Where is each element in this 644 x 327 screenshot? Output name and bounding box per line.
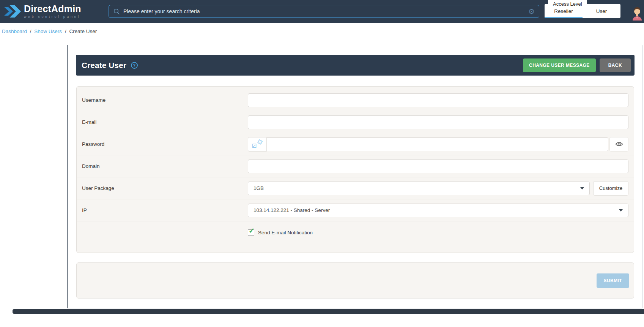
top-bar: DirectAdmin web control panel ⚙ Access L…	[0, 0, 644, 23]
generate-password-button[interactable]: ⚂ ⚄	[248, 137, 267, 152]
password-row: Password ⚂ ⚄	[77, 133, 634, 155]
logo-text: DirectAdmin web control panel	[24, 4, 81, 19]
directadmin-logo[interactable]: DirectAdmin web control panel	[4, 3, 77, 20]
email-notification-checkbox[interactable]: ✓	[248, 229, 254, 236]
tab-user[interactable]: User	[583, 4, 620, 18]
logo-title: DirectAdmin	[24, 4, 81, 14]
search-bar: ⚙	[109, 5, 539, 18]
username-label: Username	[82, 97, 248, 103]
password-label: Password	[82, 141, 248, 147]
ip-row: IP 103.14.122.221 - Shared - Server	[77, 199, 634, 221]
username-input[interactable]	[248, 93, 628, 107]
chevron-down-icon	[580, 187, 584, 190]
password-input[interactable]	[267, 137, 608, 151]
dice-icon: ⚄	[257, 138, 263, 145]
logo-subtitle: web control panel	[24, 15, 81, 19]
page-title: Create User	[82, 61, 126, 70]
breadcrumb-separator: /	[30, 28, 31, 34]
help-icon[interactable]: ?	[131, 62, 138, 69]
submit-panel: SUBMIT	[76, 262, 634, 299]
page-header: Create User ? CHANGE USER MESSAGE BACK	[76, 55, 635, 76]
user-package-select[interactable]: 1GB	[248, 182, 590, 195]
user-package-value: 1GB	[254, 185, 264, 191]
chevron-down-icon	[619, 209, 623, 212]
breadcrumb-dashboard[interactable]: Dashboard	[2, 28, 27, 34]
email-notification-checkmark: ✓	[249, 227, 255, 234]
ip-select[interactable]: 103.14.122.221 - Shared - Server	[248, 204, 628, 217]
email-notification-row: ✓ Send E-mail Notification	[77, 221, 634, 243]
domain-label: Domain	[82, 163, 248, 169]
email-notification-label: Send E-mail Notification	[258, 230, 313, 235]
email-label: E-mail	[82, 119, 248, 125]
create-user-form: Username E-mail Password ⚂ ⚄	[76, 86, 634, 253]
submit-button[interactable]: SUBMIT	[597, 273, 629, 288]
ip-value: 103.14.122.221 - Shared - Server	[254, 207, 330, 213]
footer-bar	[13, 309, 644, 314]
breadcrumb-separator: /	[65, 28, 66, 34]
search-input[interactable]	[123, 8, 528, 14]
access-level-label: Access Level	[548, 0, 587, 9]
directadmin-logo-icon	[4, 3, 21, 20]
customize-button[interactable]: Customize	[593, 181, 628, 196]
back-button[interactable]: BACK	[600, 58, 631, 72]
email-row: E-mail	[77, 111, 634, 133]
show-password-button[interactable]	[609, 137, 628, 152]
access-level-switcher: Access Level Reseller User	[545, 0, 620, 23]
change-user-message-button[interactable]: CHANGE USER MESSAGE	[523, 58, 596, 72]
domain-input[interactable]	[248, 160, 628, 173]
search-icon	[113, 8, 120, 15]
breadcrumb-current: Create User	[69, 28, 97, 34]
ip-label: IP	[82, 207, 248, 213]
create-user-card: Create User ? CHANGE USER MESSAGE BACK U…	[67, 45, 642, 308]
user-package-label: User Package	[82, 185, 248, 191]
dice-icon: ⚂	[252, 143, 257, 148]
breadcrumb-show-users[interactable]: Show Users	[34, 28, 62, 34]
search-settings-gear-icon[interactable]: ⚙	[528, 8, 535, 15]
username-row: Username	[77, 89, 634, 111]
breadcrumb: Dashboard / Show Users / Create User	[0, 23, 644, 38]
eye-icon	[615, 141, 623, 147]
domain-row: Domain	[77, 155, 634, 177]
user-avatar[interactable]	[631, 6, 643, 21]
user-package-row: User Package 1GB Customize	[77, 177, 634, 199]
email-input[interactable]	[248, 115, 628, 129]
